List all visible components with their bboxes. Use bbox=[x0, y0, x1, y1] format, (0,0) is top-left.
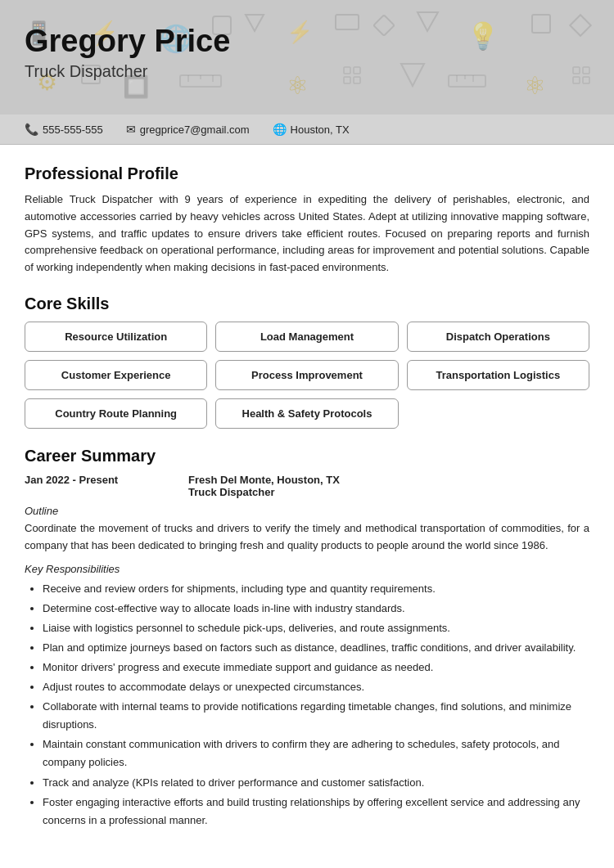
job-dates: Jan 2022 - Present bbox=[25, 474, 188, 498]
career-section: Career Summary Jan 2022 - Present Fresh … bbox=[25, 447, 589, 830]
email-address: gregprice7@gmail.com bbox=[140, 124, 250, 136]
skill-process-improvement: Process Improvement bbox=[215, 360, 398, 390]
skill-transportation-logistics: Transportation Logistics bbox=[407, 360, 589, 390]
contact-location: 🌐 Houston, TX bbox=[273, 123, 350, 136]
skill-country-route-planning: Country Route Planning bbox=[25, 398, 207, 429]
email-icon: ✉ bbox=[126, 123, 136, 136]
responsibilities-list: Receive and review orders for shipments,… bbox=[25, 580, 589, 830]
job-role: Truck Dispatcher bbox=[188, 486, 340, 498]
skills-grid: Resource Utilization Load Management Dis… bbox=[25, 322, 589, 429]
skills-grid-spacer bbox=[407, 398, 589, 429]
skill-load-management: Load Management bbox=[215, 322, 398, 352]
skill-dispatch-operations: Dispatch Operations bbox=[407, 322, 589, 352]
phone-number: 555-555-555 bbox=[43, 124, 103, 136]
skills-section: Core Skills Resource Utilization Load Ma… bbox=[25, 295, 589, 429]
responsibility-4: Monitor drivers' progress and execute im… bbox=[43, 659, 589, 677]
responsibility-3: Plan and optimize journeys based on fact… bbox=[43, 639, 589, 657]
skills-section-title: Core Skills bbox=[25, 295, 589, 313]
responsibility-6: Collaborate with internal teams to provi… bbox=[43, 698, 589, 734]
responsibility-8: Track and analyze (KPIs related to drive… bbox=[43, 774, 589, 792]
outline-text: Coordinate the movement of trucks and dr… bbox=[25, 520, 589, 555]
job-header: Jan 2022 - Present Fresh Del Monte, Hous… bbox=[25, 474, 589, 498]
job-company: Fresh Del Monte, Houston, TX bbox=[188, 474, 340, 486]
applicant-title: Truck Dispatcher bbox=[25, 62, 589, 81]
location-text: Houston, TX bbox=[291, 124, 350, 136]
contact-bar: 📞 555-555-555 ✉ gregprice7@gmail.com 🌐 H… bbox=[0, 115, 614, 145]
job-entry-0: Jan 2022 - Present Fresh Del Monte, Hous… bbox=[25, 474, 589, 830]
profile-section-title: Professional Profile bbox=[25, 164, 589, 183]
skill-health-safety-protocols: Health & Safety Protocols bbox=[215, 398, 398, 429]
profile-text: Reliable Truck Dispatcher with 9 years o… bbox=[25, 191, 589, 277]
responsibility-5: Adjust routes to accommodate delays or u… bbox=[43, 678, 589, 696]
outline-label: Outline bbox=[25, 505, 589, 517]
header: 📱 ⚡ 🌐 ⚡ 💡 ⚙ 🔲 ⚛ bbox=[0, 0, 614, 115]
phone-icon: 📞 bbox=[25, 123, 38, 136]
responsibility-7: Maintain constant communication with dri… bbox=[43, 735, 589, 771]
contact-phone: 📞 555-555-555 bbox=[25, 123, 103, 136]
applicant-name: Gregory Price bbox=[25, 25, 589, 59]
main-content: Professional Profile Reliable Truck Disp… bbox=[0, 145, 614, 868]
skill-resource-utilization: Resource Utilization bbox=[25, 322, 207, 352]
skill-customer-experience: Customer Experience bbox=[25, 360, 207, 390]
contact-email: ✉ gregprice7@gmail.com bbox=[126, 123, 250, 136]
responsibility-9: Foster engaging interactive efforts and … bbox=[43, 794, 589, 830]
responsibility-1: Determine cost-effective way to allocate… bbox=[43, 600, 589, 618]
job-company-role: Fresh Del Monte, Houston, TX Truck Dispa… bbox=[188, 474, 340, 498]
career-section-title: Career Summary bbox=[25, 447, 589, 465]
responsibilities-label: Key Responsibilities bbox=[25, 563, 589, 575]
responsibility-2: Liaise with logistics personnel to sched… bbox=[43, 619, 589, 637]
profile-section: Professional Profile Reliable Truck Disp… bbox=[25, 164, 589, 277]
responsibility-0: Receive and review orders for shipments,… bbox=[43, 580, 589, 598]
location-icon: 🌐 bbox=[273, 123, 287, 136]
